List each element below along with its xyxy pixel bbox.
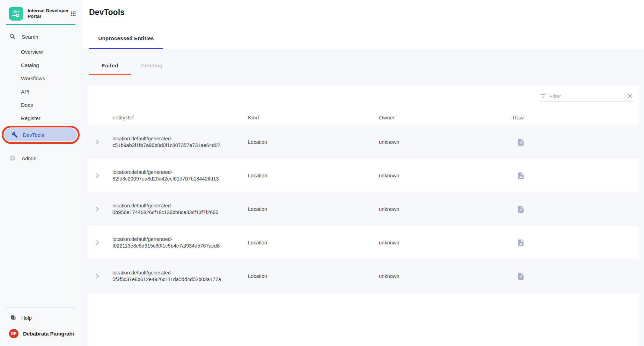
owner-cell: unknown [379, 173, 513, 178]
sidebar-item-label: Admin [22, 155, 37, 161]
tab-bar: Unprocessed Entities [82, 25, 644, 49]
table-card: entityRef Kind Owner Raw location:defaul… [88, 85, 639, 346]
entityref-line2: 5f3f5c37e6b612e4926c111da5dd4d52b03a177a [112, 276, 248, 283]
column-header-entityref: entityRef [112, 115, 248, 121]
owner-cell: unknown [379, 240, 513, 245]
sidebar-bottom: ? Help DP Debabrata Panigrahi [0, 301, 82, 346]
user-menu[interactable]: DP Debabrata Panigrahi [0, 325, 82, 342]
document-icon[interactable] [517, 138, 525, 146]
filter-box [540, 93, 633, 102]
entityref-line2: 0b956e17446826cf18c136bb8ce33cf13f7f2666 [112, 209, 248, 216]
table-row: location:default/generated- c51b9ab3f1fb… [88, 125, 639, 159]
main-area: DevTools Unprocessed Entities Failed Pen… [82, 0, 644, 346]
subtab-pending[interactable]: Pending [131, 62, 173, 75]
filter-input[interactable] [549, 93, 624, 99]
kind-cell: Location [248, 173, 379, 178]
table-row: location:default/generated- 0b956e174468… [88, 192, 639, 226]
devtools-annotation-oval: DevTools [2, 126, 80, 144]
kind-cell: Location [248, 139, 379, 145]
document-icon[interactable] [517, 272, 525, 280]
table-row: location:default/generated- 5f3f5c37e6b6… [88, 259, 639, 293]
page-header: DevTools [82, 0, 644, 25]
table-row: location:default/generated- 82fd3c20097e… [88, 159, 639, 192]
sidebar-item-catalog[interactable]: Catalog [0, 58, 82, 72]
entityref-cell: location:default/generated- c51b9ab3f1fb… [112, 135, 248, 149]
app-root: Internal Developer Portal Search [0, 0, 644, 346]
column-header-raw: Raw [513, 115, 639, 121]
clear-x-icon[interactable] [627, 93, 633, 99]
column-header-kind: Kind [248, 115, 379, 121]
sidebar: Internal Developer Portal Search [0, 0, 82, 346]
sidebar-item-overview[interactable]: Overview [0, 45, 82, 58]
chevron-right-icon[interactable] [94, 239, 101, 246]
sidebar-item-workflows[interactable]: Workflows [0, 72, 82, 85]
brand-logo [9, 7, 23, 21]
sidebar-item-label: Search [22, 34, 38, 40]
tab-unprocessed-entities[interactable]: Unprocessed Entities [89, 35, 163, 49]
filter-list-icon [540, 93, 546, 99]
sidebar-item-help[interactable]: ? Help [0, 311, 82, 325]
avatar: DP [9, 329, 19, 338]
table-header-row: entityRef Kind Owner Raw [88, 110, 639, 125]
entityref-line1: location:default/generated- [112, 236, 248, 243]
subtab-failed[interactable]: Failed [89, 62, 131, 75]
brand-title: Internal Developer Portal [28, 8, 69, 19]
entityref-line1: location:default/generated- [112, 203, 248, 209]
document-icon[interactable] [517, 239, 525, 247]
help-label: Help [21, 315, 32, 321]
sidebar-item-devtools[interactable]: DevTools [4, 128, 77, 141]
sidebar-nav: Search Overview Catalog Workflows API Do… [0, 25, 82, 165]
kind-cell: Location [248, 206, 379, 212]
entityref-line2: 82fd3c20097ea8d20d42ecf61d707b18442ffd13 [112, 176, 248, 182]
chevron-right-icon[interactable] [94, 272, 101, 280]
entityref-line2: f022113e8e5d915c80f1c5b4e7af934d5767acd8 [112, 243, 248, 249]
svg-text:?: ? [12, 316, 13, 319]
sidebar-divider [6, 150, 75, 150]
kind-cell: Location [248, 273, 379, 279]
kind-cell: Location [248, 240, 379, 245]
sidebar-item-docs[interactable]: Docs [0, 98, 82, 111]
column-header-owner: Owner [379, 115, 513, 121]
entityref-cell: location:default/generated- f022113e8e5d… [112, 236, 248, 249]
entityref-cell: location:default/generated- 0b956e174468… [112, 203, 248, 216]
apps-grid-icon[interactable] [70, 11, 76, 17]
sidebar-item-search[interactable]: Search [0, 30, 82, 43]
page-title: DevTools [89, 8, 125, 17]
help-chat-icon: ? [10, 315, 16, 322]
document-icon[interactable] [517, 205, 525, 213]
table-body: location:default/generated- c51b9ab3f1fb… [88, 125, 639, 293]
sidebar-divider [6, 307, 75, 308]
chevron-right-icon[interactable] [94, 138, 101, 146]
entityref-line1: location:default/generated- [112, 135, 248, 142]
owner-cell: unknown [379, 273, 513, 279]
subtab-bar: Failed Pending [82, 49, 644, 75]
table-row: location:default/generated- f022113e8e5d… [88, 226, 639, 259]
owner-cell: unknown [379, 206, 513, 212]
sidebar-item-admin[interactable]: Admin [0, 152, 82, 165]
chevron-right-icon[interactable] [94, 205, 101, 213]
sidebar-item-register[interactable]: Register [0, 111, 82, 125]
brand-row: Internal Developer Portal [0, 0, 82, 21]
user-name: Debabrata Panigrahi [23, 331, 74, 337]
entityref-line2: c51b9ab3f1fb7a96b0d0f1c807357e731ae64d02 [112, 142, 248, 149]
entityref-line1: location:default/generated- [112, 169, 248, 176]
wrench-icon [12, 132, 18, 138]
sidebar-item-api[interactable]: API [0, 85, 82, 98]
chevron-right-icon[interactable] [94, 172, 101, 179]
filter-row [88, 85, 639, 110]
owner-cell: unknown [379, 139, 513, 145]
content-area: Failed Pending [82, 49, 644, 346]
entityref-line1: location:default/generated- [112, 270, 248, 276]
entityref-cell: location:default/generated- 82fd3c20097e… [112, 169, 248, 182]
search-icon [9, 33, 16, 40]
gear-icon [9, 155, 16, 162]
document-icon[interactable] [517, 172, 525, 180]
pipeline-logo-icon [11, 9, 21, 19]
entityref-cell: location:default/generated- 5f3f5c37e6b6… [112, 270, 248, 283]
sidebar-item-label: DevTools [23, 132, 44, 138]
